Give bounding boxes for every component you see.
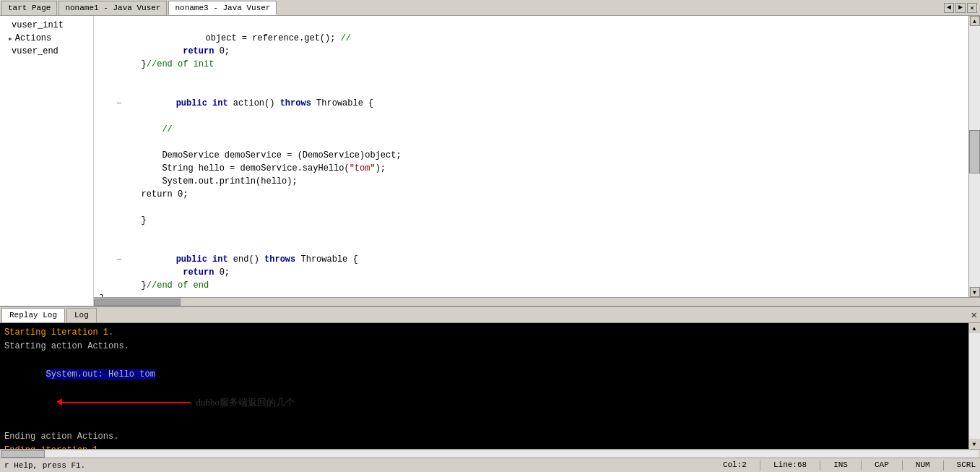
log-line: Ending iteration 1.	[4, 444, 964, 449]
tab-noname1[interactable]: noname1 - Java Vuser	[58, 1, 167, 15]
highlighted-text: System.out: Hello tom	[46, 369, 155, 379]
status-divider5	[943, 460, 944, 471]
tab-nav-next[interactable]: ►	[955, 3, 966, 13]
code-scroll-area[interactable]: object = reference.get(); // return 0; }…	[94, 16, 968, 297]
status-col: Col:2	[723, 460, 747, 471]
h-scroll-track[interactable]	[94, 299, 980, 306]
sidebar-item-vuser-init[interactable]: vuser_init	[0, 19, 93, 32]
editor-h-scrollbar[interactable]	[94, 297, 980, 306]
main-layout: vuser_init ▶ Actions vuser_end object = …	[0, 16, 980, 306]
log-line: Ending action Actions.	[4, 430, 964, 444]
status-divider	[760, 460, 760, 471]
log-h-track[interactable]	[1, 450, 979, 458]
sidebar-item-vuser-end[interactable]: vuser_end	[0, 45, 93, 58]
log-scroll-down-btn[interactable]: ▼	[969, 439, 979, 449]
log-h-thumb[interactable]	[1, 450, 45, 458]
tab-noname3[interactable]: noname3 - Java Vuser	[168, 1, 277, 15]
status-ins: INS	[833, 460, 848, 471]
log-v-scrollbar[interactable]: ▲ ▼	[968, 323, 980, 449]
tab-log[interactable]: Log	[66, 308, 97, 322]
fold-marker[interactable]	[100, 35, 143, 43]
log-body: Starting iteration 1. Starting action Ac…	[0, 323, 980, 449]
status-right: Col:2 Line:68 INS CAP NUM SCRL	[723, 460, 976, 471]
status-num: NUM	[916, 460, 930, 471]
h-scroll-thumb[interactable]	[94, 299, 181, 306]
log-panel: Replay Log Log ✕ Starting iteration 1. S…	[0, 306, 980, 458]
log-h-scrollbar[interactable]	[0, 449, 980, 458]
scroll-thumb[interactable]	[969, 130, 980, 173]
log-panel-close-btn[interactable]: ✕	[971, 310, 977, 320]
code-content: object = reference.get(); // return 0; }…	[94, 16, 968, 297]
log-line: Starting action Actions.	[4, 340, 964, 353]
scroll-track[interactable]	[969, 26, 980, 287]
annotation-text: dubbo服务端返回的几个	[196, 395, 295, 411]
log-tab-bar: Replay Log Log ✕	[0, 307, 980, 323]
fold-marker-action[interactable]: ─	[100, 100, 134, 108]
tab-start-page[interactable]: tart Page	[1, 1, 57, 15]
status-scrl: SCRL	[957, 460, 976, 471]
tab-replay-log[interactable]: Replay Log	[1, 308, 65, 322]
arrow-annotation: dubbo服务端返回的几个	[61, 395, 295, 411]
status-help-text: r Help, press F1.	[4, 461, 723, 470]
sidebar: vuser_init ▶ Actions vuser_end	[0, 16, 94, 306]
status-divider3	[861, 460, 862, 471]
scroll-down-btn[interactable]: ▼	[970, 287, 980, 297]
tab-bar: tart Page noname1 - Java Vuser noname3 -…	[0, 0, 980, 16]
tab-nav-prev[interactable]: ◄	[944, 3, 954, 13]
log-scroll-up-btn[interactable]: ▲	[969, 323, 979, 333]
sidebar-arrow-actions: ▶	[9, 35, 12, 42]
sidebar-item-actions[interactable]: ▶ Actions	[0, 32, 93, 45]
scroll-up-btn[interactable]: ▲	[970, 16, 980, 26]
status-divider2	[820, 460, 820, 471]
status-line: Line:68	[773, 460, 807, 471]
arrow-head	[56, 398, 62, 406]
tab-close-btn[interactable]: ✕	[967, 3, 977, 13]
status-cap: CAP	[875, 460, 889, 471]
status-bar: r Help, press F1. Col:2 Line:68 INS CAP …	[0, 458, 980, 472]
log-scroll-track[interactable]	[969, 333, 980, 439]
log-line: Starting iteration 1.	[4, 326, 964, 340]
log-line-highlight: System.out: Hello tom dubbo服务端返回的几个	[4, 353, 964, 429]
arrow-line	[61, 402, 191, 403]
editor-v-scrollbar[interactable]: ▲ ▼	[968, 16, 980, 297]
status-divider4	[902, 460, 903, 471]
fold-marker-end[interactable]: ─	[100, 256, 134, 264]
editor-area: object = reference.get(); // return 0; }…	[94, 16, 980, 306]
tab-nav-controls: ◄ ► ✕	[944, 3, 977, 13]
log-content[interactable]: Starting iteration 1. Starting action Ac…	[0, 323, 968, 449]
